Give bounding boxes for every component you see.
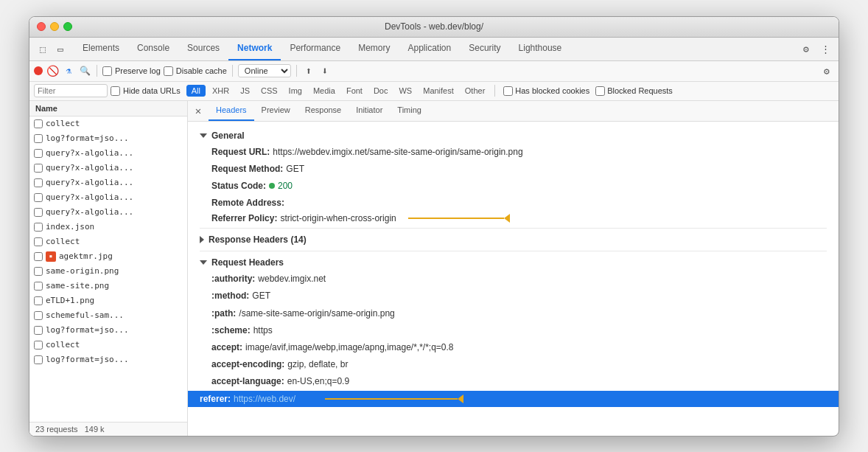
preserve-log-label[interactable]: Preserve log xyxy=(102,66,161,76)
tab-network[interactable]: Network xyxy=(228,38,281,60)
file-checkbox[interactable] xyxy=(34,252,43,261)
file-checkbox[interactable] xyxy=(34,296,43,305)
settings-network-icon[interactable]: ⚙ xyxy=(819,63,834,78)
list-item[interactable]: query?x-algolia... xyxy=(29,190,187,205)
file-checkbox[interactable] xyxy=(34,134,43,143)
clear-button[interactable]: 🚫 xyxy=(46,64,59,77)
accept-language-row: accept-language: en-US,en;q=0.9 xyxy=(200,373,827,390)
chip-manifest[interactable]: Manifest xyxy=(419,86,458,96)
chip-media[interactable]: Media xyxy=(309,86,340,96)
file-checkbox[interactable] xyxy=(34,355,43,364)
chip-all[interactable]: All xyxy=(186,85,206,97)
disable-cache-checkbox[interactable] xyxy=(164,66,173,76)
file-checkbox[interactable] xyxy=(34,237,43,246)
close-button[interactable] xyxy=(37,22,46,31)
list-item[interactable]: collect xyxy=(29,338,187,352)
list-item[interactable]: schemeful-sam... xyxy=(29,308,187,323)
file-checkbox[interactable] xyxy=(34,208,43,217)
more-icon[interactable]: ⋮ xyxy=(818,41,833,56)
chip-img[interactable]: Img xyxy=(284,86,307,96)
file-checkbox[interactable] xyxy=(34,178,43,187)
tab-memory[interactable]: Memory xyxy=(349,38,399,60)
tab-lighthouse[interactable]: Lighthouse xyxy=(510,38,571,60)
tab-response[interactable]: Response xyxy=(298,101,349,121)
scheme-row: :scheme: https xyxy=(200,322,827,339)
tab-elements[interactable]: Elements xyxy=(74,38,128,60)
arrow-shaft-2 xyxy=(325,398,458,400)
file-checkbox[interactable] xyxy=(34,311,43,320)
file-checkbox[interactable] xyxy=(34,193,43,202)
file-checkbox[interactable] xyxy=(34,119,43,128)
list-item[interactable]: same-site.png xyxy=(29,279,187,293)
chip-doc[interactable]: Doc xyxy=(369,86,393,96)
list-item[interactable]: ▪ agektmr.jpg xyxy=(29,249,187,264)
tab-security[interactable]: Security xyxy=(460,38,509,60)
search-icon[interactable]: 🔍 xyxy=(78,64,91,77)
request-headers-section-header[interactable]: Request Headers xyxy=(200,254,827,271)
list-item[interactable]: query?x-algolia... xyxy=(29,161,187,175)
hide-data-urls-checkbox[interactable] xyxy=(111,86,120,96)
export-icon[interactable]: ⬇ xyxy=(318,64,332,77)
chip-font[interactable]: Font xyxy=(342,86,367,96)
window-title: DevTools - web.dev/blog/ xyxy=(385,21,483,32)
general-section-header[interactable]: General xyxy=(200,128,827,144)
list-item[interactable]: index.json xyxy=(29,220,187,234)
chip-other[interactable]: Other xyxy=(461,86,490,96)
file-checkbox[interactable] xyxy=(34,164,43,173)
response-headers-section-header[interactable]: Response Headers (14) xyxy=(200,232,827,248)
throttling-select[interactable]: Online Fast 3G Slow 3G Offline xyxy=(238,64,291,77)
chip-xhr[interactable]: XHR xyxy=(208,86,234,96)
minimize-button[interactable] xyxy=(50,22,59,31)
list-item[interactable]: query?x-algolia... xyxy=(29,205,187,220)
file-checkbox[interactable] xyxy=(34,267,43,276)
tab-headers[interactable]: Headers xyxy=(209,101,254,121)
file-checkbox[interactable] xyxy=(34,223,43,232)
tab-timing[interactable]: Timing xyxy=(390,101,429,121)
tab-preview[interactable]: Preview xyxy=(254,101,298,121)
file-name: query?x-algolia... xyxy=(46,207,183,217)
list-item[interactable]: query?x-algolia... xyxy=(29,146,187,161)
right-panel: ✕ Headers Preview Response Initiator Tim… xyxy=(188,101,839,436)
list-item[interactable]: collect xyxy=(29,117,187,131)
file-checkbox[interactable] xyxy=(34,341,43,350)
has-blocked-cookies-label[interactable]: Has blocked cookies xyxy=(503,86,589,96)
list-item[interactable]: collect xyxy=(29,234,187,249)
list-item[interactable]: eTLD+1.png xyxy=(29,293,187,308)
tab-console[interactable]: Console xyxy=(128,38,178,60)
tab-sources[interactable]: Sources xyxy=(178,38,228,60)
tab-initiator[interactable]: Initiator xyxy=(349,101,390,121)
gear-icon[interactable]: ⚙ xyxy=(819,63,834,78)
record-button[interactable] xyxy=(34,66,43,75)
remote-address-row: Remote Address: xyxy=(200,195,827,212)
chip-js[interactable]: JS xyxy=(236,86,254,96)
disable-cache-label[interactable]: Disable cache xyxy=(164,66,227,76)
blocked-requests-checkbox[interactable] xyxy=(595,86,605,96)
list-item[interactable]: same-origin.png xyxy=(29,264,187,279)
chip-css[interactable]: CSS xyxy=(256,86,282,96)
list-item[interactable]: log?format=jso... xyxy=(29,352,187,367)
maximize-button[interactable] xyxy=(63,22,72,31)
list-item[interactable]: log?format=jso... xyxy=(29,323,187,338)
file-checkbox[interactable] xyxy=(34,326,43,335)
import-icon[interactable]: ⬆ xyxy=(302,64,315,77)
filter-input[interactable] xyxy=(34,84,108,97)
chip-ws[interactable]: WS xyxy=(394,86,416,96)
list-item[interactable]: log?format=jso... xyxy=(29,131,187,146)
filter-icon[interactable]: ⚗ xyxy=(62,64,75,77)
tab-performance[interactable]: Performance xyxy=(281,38,349,60)
referer-row-highlighted: referer: https://web.dev/ xyxy=(188,391,839,407)
settings-icon[interactable]: ⚙ xyxy=(799,41,813,56)
close-detail-button[interactable]: ✕ xyxy=(191,103,206,118)
blocked-requests-label[interactable]: Blocked Requests xyxy=(595,86,673,96)
device-icon[interactable]: ▭ xyxy=(53,41,68,56)
preserve-log-checkbox[interactable] xyxy=(102,66,112,76)
file-checkbox[interactable] xyxy=(34,282,43,291)
has-blocked-cookies-checkbox[interactable] xyxy=(503,86,513,96)
divider3 xyxy=(296,65,297,77)
tab-application[interactable]: Application xyxy=(399,38,460,60)
list-item[interactable]: query?x-algolia... xyxy=(29,175,187,190)
inspect-icon[interactable]: ⬚ xyxy=(35,41,50,56)
hide-data-urls-label[interactable]: Hide data URLs xyxy=(111,86,181,96)
section-divider-2 xyxy=(200,251,827,251)
file-checkbox[interactable] xyxy=(34,149,43,158)
